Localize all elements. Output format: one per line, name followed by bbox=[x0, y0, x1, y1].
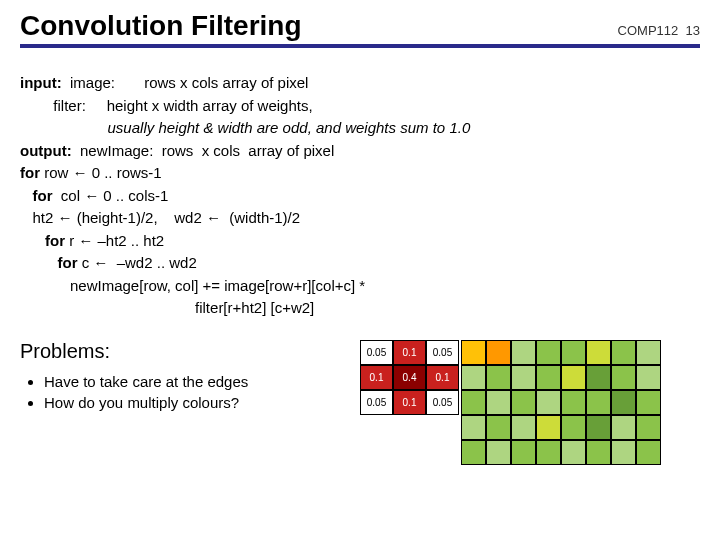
problem-item: How do you multiply colours? bbox=[44, 394, 360, 411]
kw-for: for bbox=[20, 187, 53, 204]
image-cell bbox=[561, 340, 586, 365]
algo-line-input: input: image: rows x cols array of pixel bbox=[20, 72, 700, 95]
image-cell bbox=[561, 440, 586, 465]
image-cell bbox=[611, 415, 636, 440]
algo-line-filter-idx: filter[r+ht2] [c+w2] bbox=[20, 297, 700, 320]
course-label: COMP112 13 bbox=[618, 23, 700, 42]
kw-for: for bbox=[20, 232, 65, 249]
kernel-cell: 0.4 bbox=[393, 365, 426, 390]
image-cell bbox=[486, 415, 511, 440]
image-cell bbox=[511, 415, 536, 440]
image-cell bbox=[636, 340, 661, 365]
image-cell bbox=[536, 340, 561, 365]
bottom-row: Problems: Have to take care at the edges… bbox=[20, 340, 700, 465]
kw-output: output: bbox=[20, 142, 72, 159]
algorithm-block: input: image: rows x cols array of pixel… bbox=[20, 72, 700, 320]
image-cell bbox=[461, 415, 486, 440]
algo-line-for-col: for col ← 0 .. cols-1 bbox=[20, 185, 700, 208]
image-cell bbox=[586, 415, 611, 440]
kernel-cell: 0.1 bbox=[426, 365, 459, 390]
image-cell bbox=[636, 390, 661, 415]
image-cell bbox=[636, 440, 661, 465]
image-cell bbox=[511, 390, 536, 415]
image-cell bbox=[486, 440, 511, 465]
kernel-cell: 0.1 bbox=[393, 340, 426, 365]
page-number: 13 bbox=[686, 23, 700, 38]
image-cell bbox=[611, 390, 636, 415]
image-cell bbox=[486, 340, 511, 365]
image-cell bbox=[461, 340, 486, 365]
algo-line-ht2: ht2 ← (height-1)/2, wd2 ← (width-1)/2 bbox=[20, 207, 700, 230]
image-cell bbox=[511, 365, 536, 390]
kernel-cell: 0.1 bbox=[393, 390, 426, 415]
kernel-cell: 0.05 bbox=[426, 390, 459, 415]
kernel-cell: 0.05 bbox=[426, 340, 459, 365]
image-cell bbox=[611, 365, 636, 390]
image-cell bbox=[586, 340, 611, 365]
algo-line-output: output: newImage: rows x cols array of p… bbox=[20, 140, 700, 163]
image-cell bbox=[586, 365, 611, 390]
image-grid bbox=[461, 340, 661, 465]
kernel-cell: 0.05 bbox=[360, 390, 393, 415]
problems-list: Have to take care at the edges How do yo… bbox=[20, 373, 360, 411]
algo-line-for-row: for row ← 0 .. rows-1 bbox=[20, 162, 700, 185]
filter-kernel: 0.05 0.1 0.05 0.1 0.4 0.1 0.05 0.1 0.05 bbox=[360, 340, 459, 415]
problems-title: Problems: bbox=[20, 340, 360, 363]
image-cell bbox=[636, 365, 661, 390]
algo-line-accum: newImage[row, col] += image[row+r][col+c… bbox=[20, 275, 700, 298]
kw-input: input: bbox=[20, 74, 62, 91]
image-cell bbox=[461, 390, 486, 415]
image-cell bbox=[636, 415, 661, 440]
image-cell bbox=[536, 440, 561, 465]
kernel-cell: 0.05 bbox=[360, 340, 393, 365]
image-cell bbox=[486, 365, 511, 390]
image-cell bbox=[536, 415, 561, 440]
algo-line-filter: filter: height x width array of weights, bbox=[20, 95, 700, 118]
kw-for: for bbox=[20, 254, 78, 271]
slide-title: Convolution Filtering bbox=[20, 10, 302, 42]
image-cell bbox=[461, 440, 486, 465]
image-cell bbox=[511, 340, 536, 365]
image-cell bbox=[561, 390, 586, 415]
image-cell bbox=[511, 440, 536, 465]
image-cell bbox=[561, 415, 586, 440]
problem-item: Have to take care at the edges bbox=[44, 373, 360, 390]
kernel-cell: 0.1 bbox=[360, 365, 393, 390]
problems-block: Problems: Have to take care at the edges… bbox=[20, 340, 360, 415]
filter-figure: 0.05 0.1 0.05 0.1 0.4 0.1 0.05 0.1 0.05 bbox=[360, 340, 661, 465]
course-code: COMP112 bbox=[618, 23, 679, 38]
image-cell bbox=[486, 390, 511, 415]
image-cell bbox=[611, 440, 636, 465]
image-cell bbox=[586, 440, 611, 465]
kw-for: for bbox=[20, 164, 40, 181]
image-cell bbox=[611, 340, 636, 365]
slide-header: Convolution Filtering COMP112 13 bbox=[20, 10, 700, 48]
algo-line-for-c: for c ← –wd2 .. wd2 bbox=[20, 252, 700, 275]
algo-line-filter-note: usually height & width are odd, and weig… bbox=[20, 117, 700, 140]
image-cell bbox=[536, 365, 561, 390]
image-cell bbox=[586, 390, 611, 415]
algo-line-for-r: for r ← –ht2 .. ht2 bbox=[20, 230, 700, 253]
image-cell bbox=[536, 390, 561, 415]
image-cell bbox=[461, 365, 486, 390]
image-cell bbox=[561, 365, 586, 390]
